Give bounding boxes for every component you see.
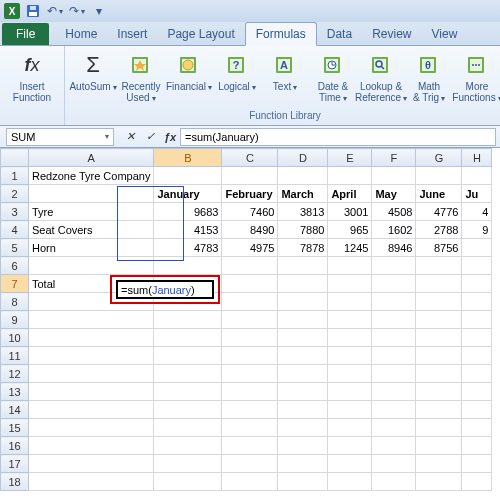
- cell-H1[interactable]: [462, 167, 492, 185]
- tab-home[interactable]: Home: [55, 23, 107, 45]
- formula-input[interactable]: =sum(January): [180, 128, 496, 146]
- cell-H11[interactable]: [462, 347, 492, 365]
- cell-E1[interactable]: [328, 167, 372, 185]
- cell-G2[interactable]: June: [416, 185, 462, 203]
- cell-G12[interactable]: [416, 365, 462, 383]
- tab-insert[interactable]: Insert: [107, 23, 157, 45]
- cell-G8[interactable]: [416, 293, 462, 311]
- cell-F1[interactable]: [372, 167, 416, 185]
- cell-D15[interactable]: [278, 419, 328, 437]
- cell-A14[interactable]: [29, 401, 154, 419]
- cell-E4[interactable]: 965: [328, 221, 372, 239]
- cell-C9[interactable]: [222, 311, 278, 329]
- cell-B16[interactable]: [154, 437, 222, 455]
- cell-F16[interactable]: [372, 437, 416, 455]
- cell-H12[interactable]: [462, 365, 492, 383]
- cell-H9[interactable]: [462, 311, 492, 329]
- cell-D3[interactable]: 3813: [278, 203, 328, 221]
- cell-D2[interactable]: March: [278, 185, 328, 203]
- logical-button[interactable]: ? Logical▾: [215, 48, 259, 95]
- cell-A17[interactable]: [29, 455, 154, 473]
- cell-F9[interactable]: [372, 311, 416, 329]
- redo-icon[interactable]: ↷▾: [68, 2, 86, 20]
- row-header-8[interactable]: 8: [1, 293, 29, 311]
- cell-B5[interactable]: 4783: [154, 239, 222, 257]
- cell-B13[interactable]: [154, 383, 222, 401]
- cell-E6[interactable]: [328, 257, 372, 275]
- cell-C8[interactable]: [222, 293, 278, 311]
- row-header-11[interactable]: 11: [1, 347, 29, 365]
- cell-C14[interactable]: [222, 401, 278, 419]
- cell-F6[interactable]: [372, 257, 416, 275]
- cell-G18[interactable]: [416, 473, 462, 491]
- cell-D1[interactable]: [278, 167, 328, 185]
- select-all-corner[interactable]: [1, 149, 29, 167]
- cell-H13[interactable]: [462, 383, 492, 401]
- cell-A1[interactable]: Redzone Tyre Company: [29, 167, 154, 185]
- cell-G1[interactable]: [416, 167, 462, 185]
- cell-D17[interactable]: [278, 455, 328, 473]
- cell-A10[interactable]: [29, 329, 154, 347]
- cell-F4[interactable]: 1602: [372, 221, 416, 239]
- file-tab[interactable]: File: [2, 23, 49, 45]
- cell-H6[interactable]: [462, 257, 492, 275]
- cell-B14[interactable]: [154, 401, 222, 419]
- more-functions-button[interactable]: More Functions▾: [455, 48, 499, 106]
- cell-H8[interactable]: [462, 293, 492, 311]
- row-header-18[interactable]: 18: [1, 473, 29, 491]
- cell-F7[interactable]: [372, 275, 416, 293]
- text-button[interactable]: A Text▾: [263, 48, 307, 95]
- cell-F8[interactable]: [372, 293, 416, 311]
- row-header-7[interactable]: 7: [1, 275, 29, 293]
- cell-E11[interactable]: [328, 347, 372, 365]
- tab-formulas[interactable]: Formulas: [245, 22, 317, 46]
- cell-G6[interactable]: [416, 257, 462, 275]
- row-header-10[interactable]: 10: [1, 329, 29, 347]
- save-icon[interactable]: [24, 2, 42, 20]
- lookup-button[interactable]: Lookup & Reference▾: [359, 48, 403, 106]
- cell-F15[interactable]: [372, 419, 416, 437]
- cell-H7[interactable]: [462, 275, 492, 293]
- cell-G10[interactable]: [416, 329, 462, 347]
- cell-F18[interactable]: [372, 473, 416, 491]
- cell-B2[interactable]: January: [154, 185, 222, 203]
- cell-F5[interactable]: 8946: [372, 239, 416, 257]
- row-header-13[interactable]: 13: [1, 383, 29, 401]
- cell-C17[interactable]: [222, 455, 278, 473]
- cell-A3[interactable]: Tyre: [29, 203, 154, 221]
- row-header-14[interactable]: 14: [1, 401, 29, 419]
- cell-A18[interactable]: [29, 473, 154, 491]
- cell-C15[interactable]: [222, 419, 278, 437]
- cell-C10[interactable]: [222, 329, 278, 347]
- tab-view[interactable]: View: [422, 23, 468, 45]
- cell-D14[interactable]: [278, 401, 328, 419]
- cell-C13[interactable]: [222, 383, 278, 401]
- col-header-C[interactable]: C: [222, 149, 278, 167]
- recently-used-button[interactable]: Recently Used▾: [119, 48, 163, 106]
- cell-F10[interactable]: [372, 329, 416, 347]
- cell-A9[interactable]: [29, 311, 154, 329]
- cell-E3[interactable]: 3001: [328, 203, 372, 221]
- cell-H15[interactable]: [462, 419, 492, 437]
- insert-function-button[interactable]: fx Insert Function: [6, 48, 58, 105]
- cell-C5[interactable]: 4975: [222, 239, 278, 257]
- enter-icon[interactable]: ✓: [140, 128, 160, 146]
- cell-B17[interactable]: [154, 455, 222, 473]
- row-header-17[interactable]: 17: [1, 455, 29, 473]
- cell-G7[interactable]: [416, 275, 462, 293]
- cell-E16[interactable]: [328, 437, 372, 455]
- cell-D11[interactable]: [278, 347, 328, 365]
- undo-icon[interactable]: ↶▾: [46, 2, 64, 20]
- cell-H16[interactable]: [462, 437, 492, 455]
- col-header-E[interactable]: E: [328, 149, 372, 167]
- cell-G5[interactable]: 8756: [416, 239, 462, 257]
- row-header-12[interactable]: 12: [1, 365, 29, 383]
- cell-H14[interactable]: [462, 401, 492, 419]
- cell-A2[interactable]: [29, 185, 154, 203]
- col-header-D[interactable]: D: [278, 149, 328, 167]
- cell-B11[interactable]: [154, 347, 222, 365]
- autosum-button[interactable]: Σ AutoSum▾: [71, 48, 115, 95]
- row-header-2[interactable]: 2: [1, 185, 29, 203]
- math-trig-button[interactable]: θ Math & Trig▾: [407, 48, 451, 106]
- cell-B1[interactable]: [154, 167, 222, 185]
